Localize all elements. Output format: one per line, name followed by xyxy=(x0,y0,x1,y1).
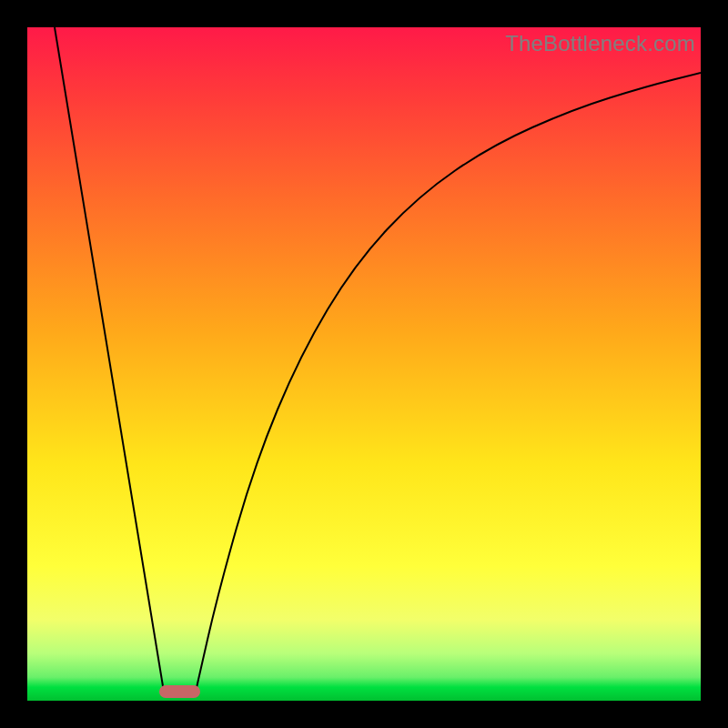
chart-outer-frame: TheBottleneck.com xyxy=(0,0,728,728)
chart-left-branch xyxy=(55,27,164,692)
watermark-text: TheBottleneck.com xyxy=(505,31,695,56)
chart-min-marker xyxy=(159,685,200,698)
chart-curve-layer xyxy=(27,27,701,701)
chart-plot-area: TheBottleneck.com xyxy=(27,27,701,701)
chart-right-branch xyxy=(196,73,701,692)
